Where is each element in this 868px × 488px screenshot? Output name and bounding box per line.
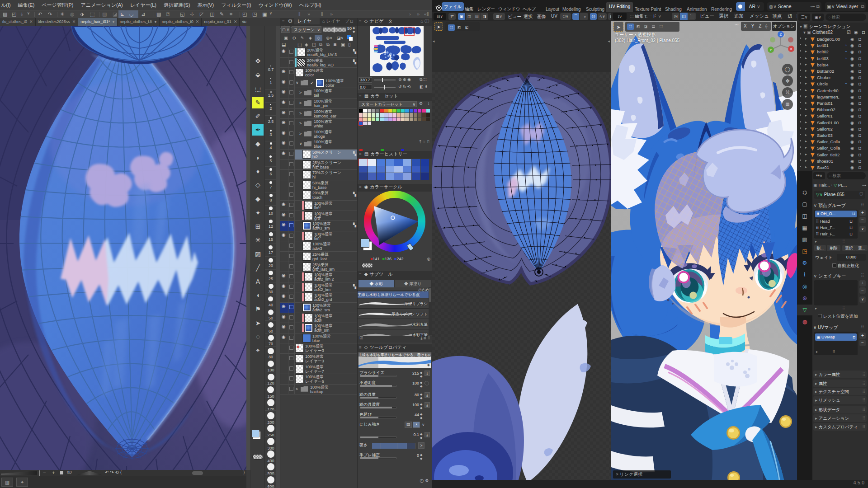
- svg-text:Z: Z: [780, 33, 782, 37]
- svg-text:X: X: [790, 47, 793, 51]
- svg-text:Y: Y: [769, 48, 772, 52]
